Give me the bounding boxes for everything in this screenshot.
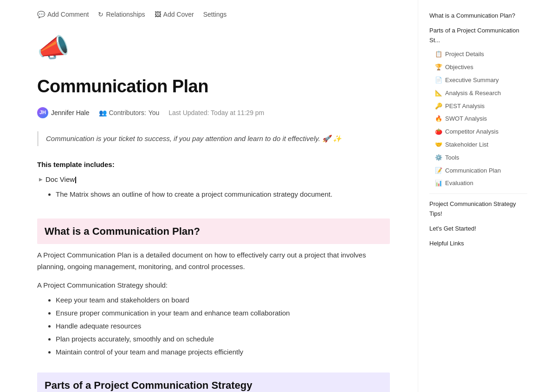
section1-body1: A Project Communication Plan is a detail… (37, 250, 390, 273)
triangle-icon: ▶ (39, 176, 43, 183)
add-comment-button[interactable]: 💬 Add Comment (37, 9, 89, 19)
competitor-analysis-icon: 🍅 (435, 127, 442, 137)
doc-view-bullets: The Matrix shows an outline of how to cr… (56, 189, 390, 200)
sidebar-item-competitor-analysis[interactable]: 🍅 Competitor Analysis (426, 126, 531, 138)
sidebar-item-swot-analysis[interactable]: 🔥 SWOT Analysis (426, 113, 531, 125)
sidebar-divider (429, 193, 527, 194)
section1-heading: What is a Communication Plan? (37, 218, 390, 244)
objectives-icon: 🏆 (435, 63, 442, 72)
list-item: Ensure proper communication in your team… (56, 308, 390, 319)
sidebar-item-tools[interactable]: ⚙️ Tools (426, 152, 531, 164)
section-what-is: What is a Communication Plan? A Project … (37, 218, 390, 358)
section-parts: Parts of a Project Communication Strateg… (37, 373, 390, 392)
sidebar-item-evaluation[interactable]: 📊 Evaluation (426, 177, 531, 190)
strategy-bullets: Keep your team and stakeholders on board… (56, 295, 390, 358)
meta-row: JH Jennifer Hale 👥 Contributors: You Las… (37, 107, 390, 118)
analysis-research-icon: 📐 (435, 89, 442, 98)
sidebar-item-analysis-research[interactable]: 📐 Analysis & Research (426, 87, 531, 100)
executive-summary-icon: 📄 (435, 76, 442, 85)
section2-heading: Parts of a Project Communication Strateg… (37, 373, 390, 392)
list-item: Maintain control of your team and manage… (56, 347, 390, 358)
sidebar-item-communication-plan[interactable]: 📝 Communication Plan (426, 165, 531, 177)
sidebar-item-started[interactable]: Let's Get Started! (426, 222, 531, 236)
sidebar-item-project-details[interactable]: 📋 Project Details (426, 48, 531, 61)
contributors-value: You (149, 108, 160, 118)
add-cover-button[interactable]: 🖼 Add Cover (155, 9, 194, 19)
swot-analysis-icon: 🔥 (435, 114, 442, 124)
list-item: The Matrix shows an outline of how to cr… (56, 189, 390, 200)
avatar: JH (37, 107, 48, 118)
tools-icon: ⚙️ (435, 153, 442, 163)
page-title: Communication Plan (37, 72, 390, 101)
sidebar: What is a Communication Plan? Parts of a… (418, 0, 538, 392)
template-label: This template includes: (37, 159, 390, 170)
project-details-icon: 📋 (435, 50, 442, 59)
list-item: Plan projects accurately, smoothly and o… (56, 334, 390, 345)
text-cursor (75, 177, 76, 183)
sidebar-item-parts[interactable]: Parts of a Project Communication St... (426, 24, 531, 47)
comment-icon: 💬 (37, 9, 45, 19)
pest-analysis-icon: 🔑 (435, 102, 442, 111)
doc-view-row: ▶ Doc View (39, 174, 390, 185)
strategy-label: A Project Communication Strategy should: (37, 280, 390, 291)
toolbar: 💬 Add Comment ↻ Relationships 🖼 Add Cove… (37, 9, 390, 19)
stakeholder-list-icon: 🤝 (435, 140, 442, 150)
sidebar-item-stakeholder-list[interactable]: 🤝 Stakeholder List (426, 139, 531, 151)
sidebar-sub-items: 📋 Project Details 🏆 Objectives 📄 Executi… (426, 48, 531, 190)
settings-button[interactable]: Settings (203, 9, 227, 19)
last-updated-field: Last Updated: Today at 11:29 pm (168, 108, 264, 118)
main-content: 💬 Add Comment ↻ Relationships 🖼 Add Cove… (0, 0, 418, 392)
list-item: Keep your team and stakeholders on board (56, 295, 390, 306)
relationships-button[interactable]: ↻ Relationships (98, 9, 145, 19)
sidebar-item-executive-summary[interactable]: 📄 Executive Summary (426, 74, 531, 87)
contributors-label: Contributors: (109, 108, 146, 118)
sidebar-item-links[interactable]: Helpful Links (426, 237, 531, 251)
sidebar-item-objectives[interactable]: 🏆 Objectives (426, 61, 531, 74)
sidebar-item-what[interactable]: What is a Communication Plan? (426, 9, 531, 23)
contributors-field[interactable]: 👥 Contributors: You (99, 108, 160, 118)
communication-plan-icon: 📝 (435, 166, 442, 176)
author-field[interactable]: JH Jennifer Hale (37, 107, 90, 118)
image-icon: 🖼 (155, 9, 161, 19)
quote-block: Communication is your ticket to success,… (37, 131, 390, 146)
sidebar-item-tips[interactable]: Project Communication Strategy Tips! (426, 198, 531, 221)
list-item: Handle adequate resources (56, 321, 390, 332)
contributors-icon: 👥 (99, 108, 107, 118)
evaluation-icon: 📊 (435, 179, 442, 188)
doc-view-label: Doc View (45, 174, 76, 185)
relationships-icon: ↻ (98, 9, 104, 19)
template-section: This template includes: ▶ Doc View The M… (37, 159, 390, 200)
page-icon: 📣 (37, 27, 390, 69)
sidebar-item-pest-analysis[interactable]: 🔑 PEST Analysis (426, 100, 531, 113)
